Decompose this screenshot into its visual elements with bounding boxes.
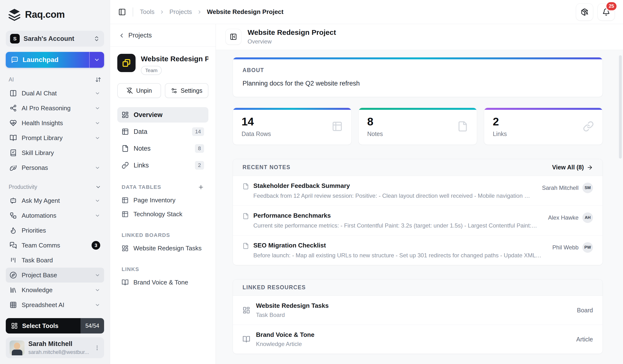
select-tools-main[interactable]: Select Tools [6,318,81,334]
sidebar-item-spreadsheet-ai[interactable]: Spreadsheet AI [6,298,104,312]
sidebar-item-label: Knowledge [22,286,90,294]
sidebar-item-ask-my-agent[interactable]: Ask My Agent [6,193,104,208]
sidebar-item-label: Priorities [22,227,100,234]
notes-count-badge: 8 [195,144,204,153]
back-to-projects-link[interactable]: Projects [117,30,208,41]
sidebar-item-personas[interactable]: Personas [6,160,104,175]
launchpad-button[interactable]: Launchpad [6,52,104,68]
sidebar-item-knowledge[interactable]: Knowledge [6,282,104,298]
pin-off-icon [126,87,133,94]
stat-card-links[interactable]: 2 Links [484,108,603,145]
heart-pulse-icon [10,119,17,127]
user-email: sarah.mitchell@westbur... [28,349,90,355]
scrollbar[interactable] [619,55,622,159]
data-table-page-inventory[interactable]: Page Inventory [117,193,208,207]
sidebar-item-team-comms[interactable]: Team Comms 3 [6,238,104,253]
data-table-technology-stack[interactable]: Technology Stack [117,207,208,221]
linked-resources-title: LINKED RESOURCES [243,284,306,291]
collapse-panel-button[interactable] [225,29,241,45]
about-gradient-bar [233,57,602,59]
notifications-button[interactable]: 25 [598,3,615,21]
file-icon [122,145,129,152]
note-author: Alex Hawke AH [548,212,593,223]
links-count-badge: 2 [195,161,204,170]
nav-item-links[interactable]: Links 2 [117,158,208,173]
resource-row-website-redesign-tasks[interactable]: Website Redesign Tasks Task Board Board [233,296,602,325]
account-avatar: S [10,34,20,43]
sidebar-item-label: Project Base [22,272,90,279]
select-tools-button[interactable]: Select Tools 54/54 [6,318,104,334]
view-all-notes-link[interactable]: View All (8) [552,164,593,171]
more-vertical-icon[interactable] [94,345,100,351]
sidebar-item-prompt-library[interactable]: Prompt Library [6,130,104,145]
plus-icon[interactable] [198,184,204,190]
package-search-button[interactable] [576,3,593,21]
sidebar: Raq.com S Sarah's Account Launchpad AI D… [0,0,110,364]
overview-content: ABOUT Planning docs for the Q2 website r… [216,50,623,364]
settings-button[interactable]: Settings [165,83,209,98]
sidebar-item-label: Team Comms [22,242,87,249]
user-avatar [10,341,24,355]
sidebar-toggle-icon[interactable] [118,8,126,16]
linked-board-website-redesign-tasks[interactable]: Website Redesign Tasks [117,241,208,255]
recent-notes-header: RECENT NOTES View All (8) [233,159,602,176]
links-header: LINKS [122,266,204,273]
note-row-stakeholder-feedback[interactable]: Stakeholder Feedback Summary Feedback fr… [233,176,602,206]
sidebar-item-ai-pro-reasoning[interactable]: AI Pro Reasoning [6,101,104,116]
launchpad-dropdown-button[interactable] [89,52,104,68]
link-brand-voice-tone[interactable]: Brand Voice & Tone [117,275,208,289]
resource-subtitle: Task Board [256,312,329,318]
sidebar-item-label: Prompt Library [22,134,90,142]
package-search-icon [581,8,588,16]
account-switcher[interactable]: S Sarah's Account [6,31,104,47]
sidebar-item-skill-library[interactable]: Skill Library [6,145,104,160]
breadcrumb-tools[interactable]: Tools [140,8,155,16]
nav-item-notes[interactable]: Notes 8 [117,141,208,156]
grid-table-icon [10,301,17,308]
stats-row: 14 Data Rows 8 Notes [233,108,603,145]
sidebar-item-dual-ai-chat[interactable]: Dual AI Chat [6,86,104,101]
note-row-performance-benchmarks[interactable]: Performance Benchmarks Current site perf… [233,206,602,236]
panel-collapse-icon [230,33,237,40]
layout-grid-icon [122,245,129,252]
stat-card-data-rows[interactable]: 14 Data Rows [233,108,352,145]
stat-card-notes[interactable]: 8 Notes [358,108,477,145]
sidebar-item-label: Skill Library [22,149,100,157]
launchpad-main[interactable]: Launchpad [6,52,89,68]
main-header: Website Redesign Project Overview [216,24,623,50]
note-row-seo-migration[interactable]: SEO Migration Checklist Before launch: -… [233,236,602,265]
stat-label: Links [493,130,594,137]
sidebar-item-health-insights[interactable]: Health Insights [6,116,104,130]
nav-item-label: Data [134,128,147,135]
author-name: Alex Hawke [548,214,578,221]
settings-label: Settings [181,87,202,94]
resource-title: Website Redesign Tasks [256,302,329,309]
nav-item-label: Overview [134,111,162,119]
raq-logo-icon [8,8,21,21]
note-title: Performance Benchmarks [253,212,538,219]
library-icon [10,286,17,294]
nav-item-overview[interactable]: Overview [117,107,208,123]
project-title: Website Redesign P... [141,54,208,63]
sidebar-item-automations[interactable]: Automations [6,208,104,223]
sidebar-item-project-base[interactable]: Project Base [6,268,104,282]
chevron-down-icon[interactable] [95,184,101,190]
stat-gradient-bar [484,108,602,110]
table-icon [332,121,343,132]
linked-resources-header: LINKED RESOURCES [233,279,602,296]
sidebar-item-priorities[interactable]: Priorities [6,223,104,238]
resource-row-brand-voice-tone[interactable]: Brand Voice & Tone Knowledge Article Art… [233,325,602,354]
project-header: Website Redesign P... Team [117,54,208,75]
nav-item-data[interactable]: Data 14 [117,124,208,139]
unpin-button[interactable]: Unpin [117,83,161,98]
kanban-icon [10,257,17,264]
breadcrumb-projects[interactable]: Projects [169,8,192,16]
compass-icon [10,272,17,279]
launchpad-label: Launchpad [22,56,58,64]
sidebar-item-label: AI Pro Reasoning [22,105,90,112]
sort-icon[interactable] [95,77,101,83]
data-count-badge: 14 [192,127,204,136]
user-profile[interactable]: Sarah Mitchell sarah.mitchell@westbur... [6,337,104,358]
note-preview: Before launch: - Map all existing URLs t… [253,252,543,259]
sidebar-item-task-board[interactable]: Task Board [6,253,104,268]
